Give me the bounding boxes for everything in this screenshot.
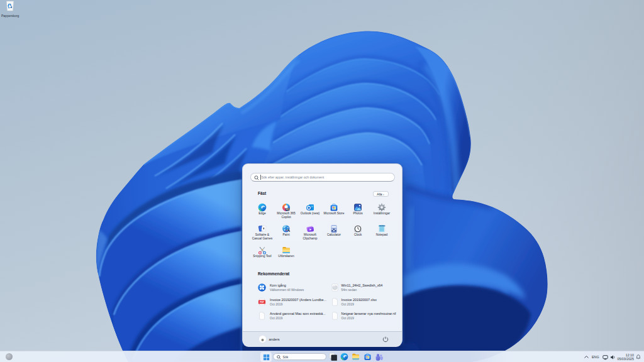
svg-text:PDF: PDF [260,301,264,304]
svg-text:365: 365 [286,208,289,211]
